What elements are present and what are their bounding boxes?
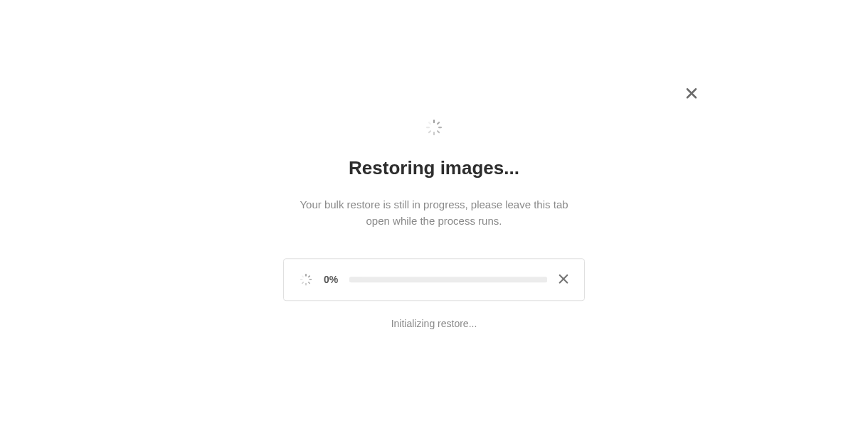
svg-rect-2 (438, 127, 442, 128)
svg-rect-12 (305, 282, 307, 285)
svg-rect-1 (437, 122, 440, 125)
status-text: Initializing restore... (270, 318, 598, 329)
loading-spinner-small-icon (300, 273, 312, 286)
svg-rect-4 (433, 132, 435, 135)
progress-percent: 0% (324, 274, 338, 285)
svg-rect-0 (433, 119, 435, 123)
svg-rect-8 (305, 274, 307, 277)
modal-title: Restoring images... (270, 157, 598, 179)
svg-rect-6 (426, 127, 430, 128)
progress-bar (349, 277, 547, 282)
svg-rect-11 (308, 281, 311, 284)
svg-rect-15 (302, 274, 305, 277)
svg-rect-13 (302, 281, 305, 284)
svg-rect-14 (300, 279, 303, 280)
svg-rect-9 (308, 274, 311, 277)
close-icon (559, 272, 568, 287)
svg-rect-10 (309, 279, 312, 280)
progress-card: 0% (283, 258, 585, 301)
close-button[interactable] (686, 87, 697, 101)
loading-spinner-icon (425, 119, 443, 136)
cancel-button[interactable] (559, 273, 568, 286)
svg-rect-5 (428, 130, 432, 134)
modal-description: Your bulk restore is still in progress, … (270, 196, 598, 230)
close-icon (686, 86, 697, 102)
svg-rect-7 (428, 122, 432, 125)
restore-modal: Restoring images... Your bulk restore is… (270, 119, 598, 329)
svg-rect-3 (437, 130, 440, 134)
